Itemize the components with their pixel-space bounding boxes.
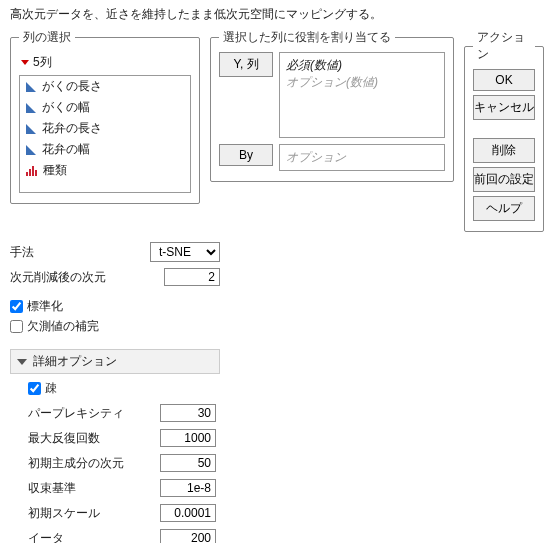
impute-checkbox[interactable] [10,320,23,333]
advanced-param-row: 初期スケール [28,504,216,522]
continuous-icon [26,124,36,134]
advanced-param-row: 最大反復回数 [28,429,216,447]
column-item-label: がくの幅 [42,99,90,116]
disclosure-icon [17,359,27,365]
column-item[interactable]: がくの幅 [20,97,190,118]
by-box[interactable]: オプション [279,144,445,171]
column-item[interactable]: がくの長さ [20,76,190,97]
fast-label: 疎 [45,380,57,397]
column-item-label: 花弁の幅 [42,141,90,158]
column-list[interactable]: がくの長さがくの幅花弁の長さ花弁の幅種類 [19,75,191,193]
y-column-button[interactable]: Y, 列 [219,52,273,77]
dim-label: 次元削減後の次元 [10,269,158,286]
prev-settings-button[interactable]: 前回の設定 [473,167,535,192]
advanced-param-input[interactable] [160,504,216,522]
column-item[interactable]: 花弁の長さ [20,118,190,139]
y-column-box[interactable]: 必須(数値) オプション(数値) [279,52,445,138]
dim-input[interactable] [164,268,220,286]
method-select[interactable]: t-SNE [150,242,220,262]
impute-label: 欠測値の補完 [27,318,99,335]
roles-legend: 選択した列に役割を割り当てる [219,29,395,46]
fast-checkbox[interactable] [28,382,41,395]
advanced-header-label: 詳細オプション [33,353,117,370]
advanced-param-label: 初期主成分の次元 [28,455,124,472]
continuous-icon [26,145,36,155]
cancel-button[interactable]: キャンセル [473,95,535,120]
continuous-icon [26,103,36,113]
continuous-icon [26,82,36,92]
column-select-legend: 列の選択 [19,29,75,46]
advanced-param-input[interactable] [160,529,216,543]
delete-button[interactable]: 削除 [473,138,535,163]
standardize-label: 標準化 [27,298,63,315]
advanced-param-label: 収束基準 [28,480,76,497]
column-item-label: 種類 [43,162,67,179]
advanced-param-row: 収束基準 [28,479,216,497]
column-count-row[interactable]: 5列 [19,52,191,75]
advanced-param-row: 初期主成分の次元 [28,454,216,472]
column-item-label: 花弁の長さ [42,120,102,137]
advanced-param-row: イータ [28,529,216,543]
dropdown-icon [21,60,29,65]
fast-check-row[interactable]: 疎 [28,380,216,397]
actions-legend: アクション [473,29,535,63]
by-optional-text: オプション [286,150,346,164]
advanced-param-input[interactable] [160,454,216,472]
advanced-param-input[interactable] [160,429,216,447]
ok-button[interactable]: OK [473,69,535,91]
column-item-label: がくの長さ [42,78,102,95]
standardize-check-row[interactable]: 標準化 [10,298,220,315]
column-count-label: 5列 [33,54,52,71]
help-button[interactable]: ヘルプ [473,196,535,221]
y-optional-text: オプション(数値) [286,74,438,91]
y-required-text: 必須(数値) [286,57,438,74]
advanced-param-row: パープレキシティ [28,404,216,422]
advanced-param-label: 初期スケール [28,505,100,522]
impute-check-row[interactable]: 欠測値の補完 [10,318,220,335]
roles-group: 選択した列に役割を割り当てる Y, 列 必須(数値) オプション(数値) By … [210,29,454,182]
column-item[interactable]: 種類 [20,160,190,181]
by-button[interactable]: By [219,144,273,166]
advanced-param-input[interactable] [160,404,216,422]
method-label: 手法 [10,244,144,261]
advanced-header[interactable]: 詳細オプション [10,349,220,374]
standardize-checkbox[interactable] [10,300,23,313]
actions-group: アクション OK キャンセル 削除 前回の設定 ヘルプ [464,29,544,232]
column-item[interactable]: 花弁の幅 [20,139,190,160]
column-select-group: 列の選択 5列 がくの長さがくの幅花弁の長さ花弁の幅種類 [10,29,200,204]
description-text: 高次元データを、近さを維持したまま低次元空間にマッピングする。 [10,6,549,23]
nominal-icon [26,166,37,176]
advanced-param-input[interactable] [160,479,216,497]
advanced-param-label: パープレキシティ [28,405,124,422]
advanced-param-label: 最大反復回数 [28,430,100,447]
advanced-param-label: イータ [28,530,64,544]
